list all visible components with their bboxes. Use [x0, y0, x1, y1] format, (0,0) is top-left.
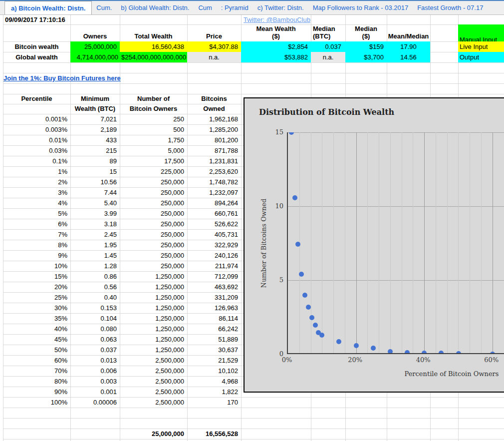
table-cell[interactable]: 0.01% [3, 135, 70, 145]
table-cell[interactable]: 1,250,000 [120, 334, 187, 345]
table-cell[interactable]: 250,000 [120, 219, 187, 229]
table-cell[interactable]: 5% [3, 208, 70, 219]
cell-global-median-btc[interactable]: n.a. [311, 52, 345, 62]
table-cell[interactable]: 250,000 [120, 198, 187, 208]
table-cell[interactable]: 0.104 [70, 313, 120, 324]
table-cell[interactable]: 2,500,000 [120, 397, 187, 408]
table-cell[interactable]: 1% [3, 166, 70, 177]
table-cell[interactable]: 8% [3, 240, 70, 250]
table-cell[interactable]: 0.153 [70, 303, 120, 313]
table-cell[interactable]: 2,253,620 [187, 166, 241, 177]
dist-header-bitcoins[interactable]: Bitcoins [187, 94, 241, 104]
table-cell[interactable]: 5,000 [120, 145, 187, 156]
table-cell[interactable]: 250,000 [120, 177, 187, 187]
dist-header-wealth-btc[interactable]: Wealth (BTC) [70, 104, 120, 114]
col-header-mean-median[interactable]: Mean/Median [387, 24, 430, 41]
table-cell[interactable]: 250,000 [120, 240, 187, 250]
table-cell[interactable]: 1.28 [70, 261, 120, 271]
table-cell[interactable]: 1,250,000 [120, 292, 187, 303]
table-cell[interactable]: 40% [3, 324, 70, 334]
table-cell[interactable]: 3% [3, 187, 70, 198]
table-cell[interactable]: 1,748,782 [187, 177, 241, 187]
table-cell[interactable]: 871,788 [187, 145, 241, 156]
table-cell[interactable]: 1,250,000 [120, 313, 187, 324]
table-cell[interactable]: 21,529 [187, 355, 241, 366]
legend-manual-input[interactable]: Manual Input [458, 24, 504, 41]
dist-header-number-of[interactable]: Number of [120, 94, 187, 104]
table-cell[interactable]: 250,000 [120, 208, 187, 219]
table-cell[interactable]: 0.40 [70, 292, 120, 303]
table-cell[interactable]: 1,250,000 [120, 345, 187, 355]
cell-btc-median-btc[interactable]: 0.037 [311, 41, 345, 52]
total-owners[interactable]: 25,000,000 [120, 429, 187, 439]
cell-btc-price[interactable]: $4,307.88 [187, 41, 241, 52]
timestamp[interactable]: 09/09/2017 17:10:16 [5, 15, 115, 24]
table-cell[interactable]: 405,731 [187, 229, 241, 240]
table-cell[interactable]: 51,889 [187, 334, 241, 345]
legend-output[interactable]: Output [458, 52, 504, 62]
tab-c-twitter-distn[interactable]: c) Twitter: Distn. [253, 1, 308, 14]
table-cell[interactable]: 15 [70, 166, 120, 177]
cell-global-mean-median[interactable]: 14.56 [387, 52, 430, 62]
dist-header-bitcoin-owners[interactable]: Bitcoin Owners [120, 104, 187, 114]
cell-global-mean-wealth[interactable]: $53,882 [241, 52, 311, 62]
table-cell[interactable]: 2,189 [70, 124, 120, 135]
table-cell[interactable]: 225,000 [120, 166, 187, 177]
table-cell[interactable]: 0.86 [70, 271, 120, 282]
table-cell[interactable]: 250,000 [120, 187, 187, 198]
row-label-global-wealth[interactable]: Global wealth [3, 52, 70, 62]
table-cell[interactable]: 1,250,000 [120, 271, 187, 282]
table-cell[interactable]: 660,761 [187, 208, 241, 219]
table-cell[interactable]: 30,637 [187, 345, 241, 355]
table-cell[interactable]: 89 [70, 156, 120, 166]
table-cell[interactable]: 86,114 [187, 313, 241, 324]
table-cell[interactable]: 1,285,200 [187, 124, 241, 135]
table-cell[interactable]: 25% [3, 292, 70, 303]
table-cell[interactable]: 0.006 [70, 366, 120, 376]
col-header-mean-wealth[interactable]: Mean Wealth ($) [241, 24, 311, 41]
table-cell[interactable]: 0.03% [3, 145, 70, 156]
table-cell[interactable]: 17,500 [120, 156, 187, 166]
table-cell[interactable]: 1,231,831 [187, 156, 241, 166]
table-cell[interactable]: 0.013 [70, 355, 120, 366]
table-cell[interactable]: 170 [187, 397, 241, 408]
table-cell[interactable]: 45% [3, 334, 70, 345]
table-cell[interactable]: 322,929 [187, 240, 241, 250]
table-cell[interactable]: 7,021 [70, 114, 120, 124]
table-cell[interactable]: 215 [70, 145, 120, 156]
tab-fastest-growth-07-17[interactable]: Fastest Growth - 07.17 [413, 1, 488, 14]
table-cell[interactable]: 60% [3, 355, 70, 366]
cell-btc-mean-wealth[interactable]: $2,854 [241, 41, 311, 52]
col-header-median-usd[interactable]: Median ($) [345, 24, 387, 41]
promo-link[interactable]: Join the 1%: Buy Bitcoin Futures here [3, 73, 173, 83]
table-cell[interactable]: 0.063 [70, 334, 120, 345]
table-cell[interactable]: 30% [3, 303, 70, 313]
table-cell[interactable]: 20% [3, 282, 70, 292]
table-cell[interactable]: 1,250,000 [120, 324, 187, 334]
table-cell[interactable]: 1,962,168 [187, 114, 241, 124]
table-cell[interactable]: 90% [3, 387, 70, 397]
table-cell[interactable]: 250,000 [120, 261, 187, 271]
table-cell[interactable]: 240,126 [187, 250, 241, 261]
tab-cum[interactable]: Cum. [92, 1, 116, 14]
twitter-link[interactable]: Twitter: @BambouClub [244, 15, 343, 24]
table-cell[interactable]: 3.99 [70, 208, 120, 219]
table-cell[interactable]: 10.56 [70, 177, 120, 187]
table-cell[interactable]: 126,963 [187, 303, 241, 313]
table-cell[interactable]: 526,622 [187, 219, 241, 229]
table-cell[interactable]: 1.45 [70, 250, 120, 261]
table-cell[interactable]: 10% [3, 261, 70, 271]
table-cell[interactable]: 2,500,000 [120, 376, 187, 387]
table-cell[interactable]: 0.037 [70, 345, 120, 355]
table-cell[interactable]: 0.001 [70, 387, 120, 397]
table-cell[interactable]: 2,500,000 [120, 366, 187, 376]
table-cell[interactable]: 80% [3, 376, 70, 387]
table-cell[interactable]: 500 [120, 124, 187, 135]
tab-cum[interactable]: Cum [194, 1, 216, 14]
table-cell[interactable]: 463,692 [187, 282, 241, 292]
legend-live-input[interactable]: Live Input [458, 41, 504, 52]
table-cell[interactable]: 6% [3, 219, 70, 229]
col-header-total-wealth[interactable]: Total Wealth [120, 24, 187, 41]
col-header-price[interactable]: Price [187, 24, 241, 41]
table-cell[interactable]: 1,750 [120, 135, 187, 145]
